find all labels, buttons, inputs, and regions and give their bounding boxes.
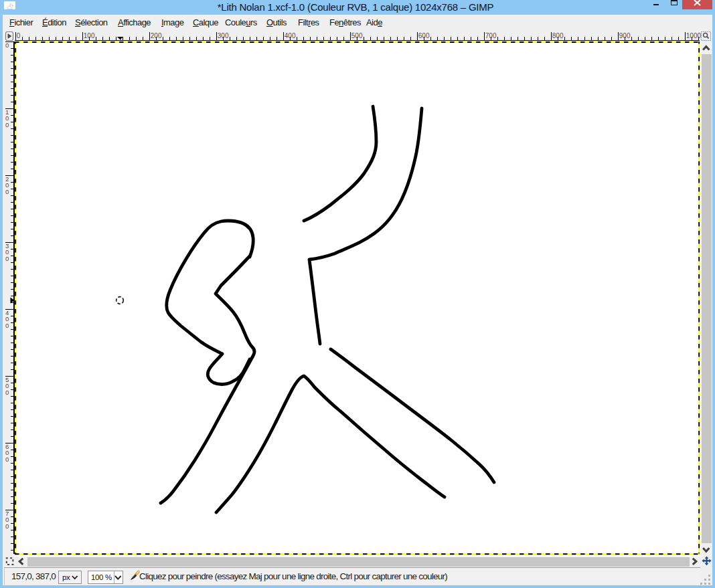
svg-text:1000: 1000 <box>686 32 702 39</box>
svg-text:900: 900 <box>619 32 631 39</box>
svg-text:0: 0 <box>5 522 9 530</box>
svg-text:0: 0 <box>5 389 9 396</box>
svg-text:0: 0 <box>5 121 9 128</box>
svg-text:600: 600 <box>418 32 430 39</box>
svg-text:0: 0 <box>5 255 9 262</box>
svg-text:200: 200 <box>151 32 162 39</box>
svg-text:0: 0 <box>5 41 9 49</box>
svg-text:700: 700 <box>485 32 497 39</box>
svg-text:0: 0 <box>5 456 9 463</box>
svg-text:100: 100 <box>84 32 95 39</box>
svg-text:500: 500 <box>351 32 363 39</box>
svg-text:800: 800 <box>552 32 564 39</box>
svg-text:0: 0 <box>5 188 9 195</box>
svg-text:0: 0 <box>17 32 21 39</box>
svg-text:0: 0 <box>5 322 9 329</box>
svg-text:400: 400 <box>285 32 296 39</box>
svg-text:300: 300 <box>218 32 229 39</box>
